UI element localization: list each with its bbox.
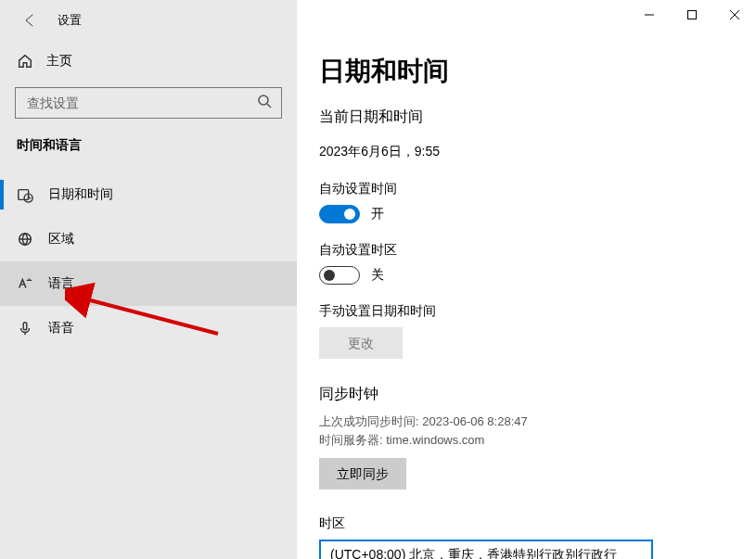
search-box[interactable] — [15, 87, 282, 119]
auto-time-section: 自动设置时间 开 — [319, 181, 734, 223]
auto-timezone-label: 自动设置时区 — [319, 242, 734, 259]
sidebar-item-label: 日期和时间 — [48, 186, 113, 203]
manual-datetime-label: 手动设置日期和时间 — [319, 303, 734, 320]
window-controls — [628, 0, 756, 30]
back-button[interactable] — [11, 2, 48, 39]
clock-calendar-icon — [17, 186, 33, 203]
search-icon — [257, 94, 272, 112]
sync-clock-section: 同步时钟 上次成功同步时间: 2023-06-06 8:28:47 时间服务器:… — [319, 385, 734, 489]
sidebar-item-label: 区域 — [48, 231, 74, 248]
language-icon — [17, 275, 33, 292]
timezone-section: 时区 (UTC+08:00) 北京，重庆，香港特别行政别行政行 — [319, 515, 734, 559]
sidebar-home[interactable]: 主页 — [0, 41, 297, 82]
auto-timezone-state: 关 — [371, 267, 384, 284]
timezone-value: (UTC+08:00) 北京，重庆，香港特别行政别行政行 — [330, 547, 617, 559]
sidebar-item-language[interactable]: 语言 — [0, 261, 297, 306]
sync-now-button[interactable]: 立即同步 — [319, 458, 406, 489]
svg-rect-4 — [23, 323, 27, 330]
maximize-button[interactable] — [671, 0, 713, 30]
auto-time-state: 开 — [371, 206, 384, 222]
sync-last-success: 上次成功同步时间: 2023-06-06 8:28:47 — [319, 413, 734, 430]
page-title: 日期和时间 — [319, 54, 734, 89]
minimize-button[interactable] — [628, 0, 671, 30]
search-input[interactable] — [25, 95, 257, 111]
svg-rect-5 — [688, 11, 697, 19]
close-button[interactable] — [713, 0, 756, 30]
auto-time-toggle[interactable] — [319, 205, 360, 223]
sidebar-category: 时间和语言 — [0, 132, 297, 172]
current-datetime-heading: 当前日期和时间 — [319, 108, 734, 127]
main-content: 日期和时间 当前日期和时间 2023年6月6日，9:55 自动设置时间 开 自动… — [297, 0, 756, 559]
back-arrow-icon — [22, 13, 37, 28]
manual-datetime-section: 手动设置日期和时间 更改 — [319, 303, 734, 359]
sidebar-item-speech[interactable]: 语音 — [0, 306, 297, 350]
sidebar-item-region[interactable]: 区域 — [0, 217, 297, 261]
auto-timezone-toggle[interactable] — [319, 266, 360, 285]
auto-timezone-section: 自动设置时区 关 — [319, 242, 734, 285]
titlebar-left: 设置 — [0, 0, 297, 41]
svg-point-0 — [259, 95, 268, 105]
search-wrap — [0, 82, 297, 132]
sync-clock-heading: 同步时钟 — [319, 385, 734, 404]
change-datetime-button: 更改 — [319, 327, 403, 359]
timezone-select[interactable]: (UTC+08:00) 北京，重庆，香港特别行政别行政行 — [319, 540, 653, 559]
home-icon — [17, 53, 33, 70]
sync-server: 时间服务器: time.windows.com — [319, 432, 734, 449]
sidebar-home-label: 主页 — [46, 53, 72, 70]
auto-time-label: 自动设置时间 — [319, 181, 734, 197]
sidebar: 设置 主页 时间和语言 日期和时间 区域 语言 — [0, 0, 297, 559]
sidebar-item-label: 语言 — [48, 275, 74, 292]
globe-icon — [17, 231, 33, 248]
current-datetime-value: 2023年6月6日，9:55 — [319, 144, 734, 160]
microphone-icon — [17, 320, 33, 337]
app-title: 设置 — [58, 12, 82, 29]
sidebar-item-datetime[interactable]: 日期和时间 — [0, 172, 297, 217]
timezone-label: 时区 — [319, 515, 734, 532]
sidebar-item-label: 语音 — [48, 320, 74, 337]
